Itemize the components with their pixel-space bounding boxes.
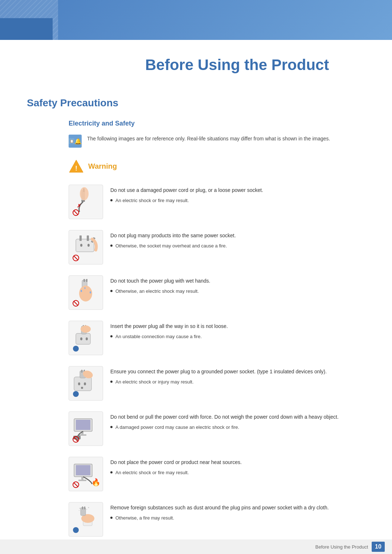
svg-point-66 bbox=[88, 507, 89, 508]
safety-image-5 bbox=[69, 366, 103, 401]
footer-page-number: 10 bbox=[372, 542, 385, 552]
subsection-title: Electricity and Safety bbox=[69, 120, 365, 127]
svg-line-27 bbox=[74, 301, 78, 305]
safety-image-8 bbox=[69, 502, 103, 537]
svg-point-24 bbox=[90, 291, 91, 294]
list-item: Ensure you connect the power plug to a g… bbox=[69, 366, 365, 401]
footer: Before Using the Product 10 bbox=[0, 539, 392, 554]
svg-rect-62 bbox=[82, 506, 83, 509]
safety-image-6 bbox=[69, 411, 103, 446]
safety-main-text-5: Ensure you connect the power plug to a g… bbox=[110, 368, 365, 376]
bullet-text-7: An electric shock or fire may result. bbox=[115, 469, 189, 476]
bullet-text-2: Otherwise, the socket may overheat and c… bbox=[115, 242, 227, 250]
svg-point-34 bbox=[81, 325, 91, 333]
safety-text-4: Insert the power plug all the way in so … bbox=[110, 321, 365, 340]
svg-point-68 bbox=[73, 527, 79, 533]
svg-text:🔥: 🔥 bbox=[91, 478, 101, 487]
safety-text-6: Do not bend or pull the power cord with … bbox=[110, 411, 365, 431]
svg-point-39 bbox=[81, 387, 83, 389]
svg-rect-53 bbox=[76, 465, 90, 475]
safety-bullet-3: Otherwise, an electric shock may result. bbox=[110, 288, 365, 295]
safety-text-3: Do not touch the power plug with wet han… bbox=[110, 275, 365, 295]
bullet-text-4: An unstable connection may cause a fire. bbox=[115, 333, 202, 340]
header-blue-bar bbox=[0, 0, 392, 40]
svg-rect-28 bbox=[76, 333, 90, 344]
svg-line-18 bbox=[74, 256, 78, 260]
safety-items-list: ✗ Do not use a damaged power cord or plu… bbox=[69, 185, 365, 537]
note-text: The following images are for reference o… bbox=[87, 135, 330, 143]
svg-rect-11 bbox=[76, 239, 94, 252]
safety-image-2 bbox=[69, 230, 103, 264]
bullet-text-3: Otherwise, an electric shock may result. bbox=[115, 288, 199, 295]
bullet-text-1: An electric shock or fire may result. bbox=[115, 197, 189, 204]
list-item: Do not bend or pull the power cord with … bbox=[69, 411, 365, 446]
svg-point-64 bbox=[79, 508, 81, 509]
warning-label: Warning bbox=[88, 162, 117, 171]
safety-main-text-2: Do not plug many products into the same … bbox=[110, 232, 365, 239]
bullet-dot bbox=[110, 381, 113, 383]
svg-rect-48 bbox=[78, 434, 86, 436]
svg-point-37 bbox=[78, 382, 80, 385]
svg-point-13 bbox=[87, 244, 90, 247]
safety-main-text-6: Do not bend or pull the power cord with … bbox=[110, 413, 365, 421]
safety-bullet-1: An electric shock or fire may result. bbox=[110, 197, 365, 204]
svg-rect-63 bbox=[84, 506, 85, 509]
svg-point-22 bbox=[79, 286, 92, 301]
svg-rect-6 bbox=[81, 200, 85, 202]
list-item: ✗ Do not use a damaged power cord or plu… bbox=[69, 185, 365, 219]
svg-rect-36 bbox=[74, 377, 91, 391]
note-box: 📋 The following images are for reference… bbox=[69, 135, 365, 148]
safety-text-2: Do not plug many products into the same … bbox=[110, 230, 365, 250]
bullet-text-6: A damaged power cord may cause an electr… bbox=[115, 424, 239, 431]
safety-image-3 bbox=[69, 275, 103, 310]
svg-point-65 bbox=[86, 509, 87, 510]
safety-bullet-2: Otherwise, the socket may overheat and c… bbox=[110, 242, 365, 250]
safety-image-4 bbox=[69, 321, 103, 355]
svg-point-12 bbox=[80, 244, 82, 247]
svg-point-44 bbox=[73, 391, 79, 397]
warning-triangle-icon: ! bbox=[69, 159, 84, 174]
bullet-text-8: Otherwise, a fire may result. bbox=[115, 514, 174, 522]
svg-text:!: ! bbox=[75, 165, 77, 172]
svg-point-23 bbox=[81, 290, 82, 292]
svg-point-67 bbox=[79, 510, 79, 511]
bullet-dot bbox=[110, 426, 113, 428]
safety-text-1: Do not use a damaged power cord or plug,… bbox=[110, 185, 365, 204]
main-content: Safety Precautions Electricity and Safet… bbox=[0, 97, 392, 537]
blue-accent-block bbox=[0, 18, 53, 40]
bullet-text-5: An electric shock or injury may result. bbox=[115, 378, 193, 386]
safety-main-text-3: Do not touch the power plug with wet han… bbox=[110, 277, 365, 285]
svg-text:✗: ✗ bbox=[77, 203, 81, 209]
section-title: Safety Precautions bbox=[27, 97, 365, 109]
note-icon: 📋 bbox=[69, 135, 82, 148]
list-item: Do not touch the power plug with wet han… bbox=[69, 275, 365, 310]
bullet-dot bbox=[110, 245, 113, 247]
warning-header: ! Warning bbox=[69, 159, 365, 174]
svg-rect-15 bbox=[87, 235, 89, 241]
page-title: Before Using the Product bbox=[73, 47, 392, 79]
list-item: Insert the power plug all the way in so … bbox=[69, 321, 365, 355]
list-item: Do not plug many products into the same … bbox=[69, 230, 365, 264]
bullet-dot bbox=[110, 290, 113, 292]
safety-text-7: Do not place the power cord or product n… bbox=[110, 457, 365, 476]
svg-point-35 bbox=[73, 346, 79, 352]
svg-text:📋: 📋 bbox=[70, 139, 74, 143]
safety-main-text-7: Do not place the power cord or product n… bbox=[110, 459, 365, 466]
svg-rect-46 bbox=[76, 420, 90, 430]
safety-text-5: Ensure you connect the power plug to a g… bbox=[110, 366, 365, 386]
bullet-dot bbox=[110, 199, 113, 201]
title-row: Before Using the Product bbox=[0, 40, 392, 83]
svg-line-10 bbox=[74, 210, 78, 215]
svg-line-58 bbox=[74, 483, 78, 487]
svg-point-38 bbox=[84, 382, 86, 385]
bullet-dot bbox=[110, 471, 113, 473]
safety-main-text-1: Do not use a damaged power cord or plug,… bbox=[110, 186, 365, 194]
footer-text: Before Using the Product bbox=[315, 544, 368, 550]
list-item: Remove foreign substances such as dust a… bbox=[69, 502, 365, 537]
safety-text-8: Remove foreign substances such as dust a… bbox=[110, 502, 365, 522]
svg-point-8 bbox=[80, 187, 89, 200]
safety-bullet-8: Otherwise, a fire may result. bbox=[110, 514, 365, 522]
bullet-dot bbox=[110, 335, 113, 337]
safety-bullet-6: A damaged power cord may cause an electr… bbox=[110, 424, 365, 431]
svg-point-30 bbox=[86, 337, 88, 340]
